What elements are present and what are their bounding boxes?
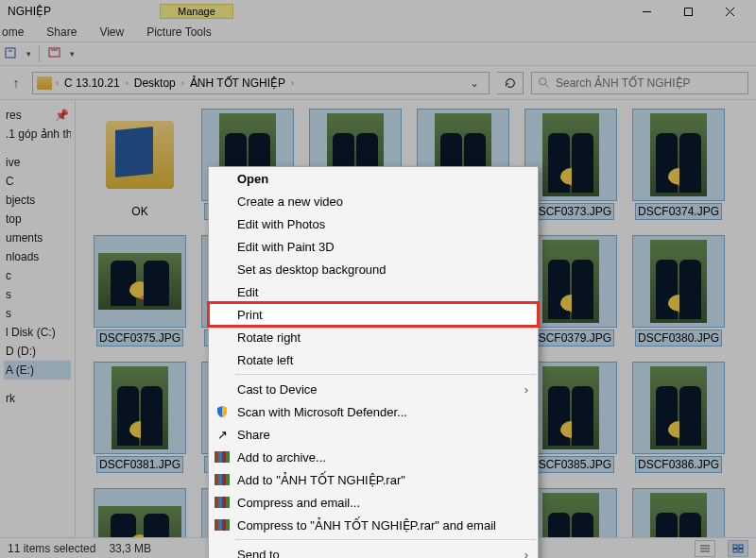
photo-thumbnail	[98, 253, 181, 310]
chevron-right-icon[interactable]: ›	[126, 78, 129, 88]
context-menu-item[interactable]: Set as desktop background	[209, 258, 538, 280]
navigation-pane[interactable]: res📌.1 góp ảnh thàniveCbjectstopumentsnl…	[0, 100, 76, 537]
window-title: NGHIỆP	[6, 5, 51, 18]
image-tile[interactable]: DSCF0385.JPG	[525, 363, 616, 472]
thumbnail	[525, 363, 616, 453]
tile-label: DSCF0386.JPG	[636, 457, 721, 472]
context-menu-item[interactable]: Open	[209, 167, 538, 190]
sidebar-item[interactable]: C	[4, 172, 71, 191]
address-box[interactable]: › C 13.10.21 › Desktop › ẢNH TỐT NGHIỆP …	[32, 72, 490, 94]
tab-share[interactable]: Share	[46, 25, 77, 39]
status-selection-size: 33,3 MB	[109, 542, 151, 555]
image-tile[interactable]: DSCF0374.JPG	[633, 110, 724, 219]
address-dropdown[interactable]: ⌄	[464, 76, 485, 90]
context-menu-item[interactable]: Compress to "ẢNH TỐT NGHIỆP.rar" and ema…	[209, 514, 538, 536]
sidebar-item[interactable]: .1 góp ảnh thàn	[4, 125, 71, 144]
image-tile[interactable]: DSCF0392.JPG	[633, 489, 724, 537]
titlebar: NGHIỆP Manage	[0, 0, 756, 23]
context-menu-item-label: Share	[237, 428, 270, 442]
context-menu-item[interactable]: Send to›	[209, 543, 538, 558]
view-details-button[interactable]	[695, 540, 715, 557]
context-menu-item-label: Cast to Device	[237, 382, 318, 397]
sidebar-item[interactable]: bjects	[4, 191, 71, 210]
sidebar-item[interactable]: rk	[4, 389, 71, 408]
chevron-right-icon[interactable]: ›	[56, 78, 59, 88]
context-menu-item[interactable]: Cast to Device›	[209, 378, 538, 400]
context-menu-item[interactable]: Compress and email...	[209, 491, 538, 514]
thumbnail	[94, 489, 185, 537]
folder-tile[interactable]: OK	[94, 110, 185, 219]
chevron-down-icon[interactable]: ▾	[26, 49, 31, 59]
context-menu-item[interactable]: Print	[209, 303, 538, 326]
sidebar-item[interactable]: s	[4, 285, 71, 304]
minimize-button[interactable]	[626, 0, 667, 23]
sidebar-item[interactable]: D (D:)	[4, 342, 71, 361]
context-menu-item[interactable]: Edit	[209, 280, 538, 303]
image-tile[interactable]: DSCF0375.JPG	[94, 236, 185, 346]
quick-access-toolbar: ▾ ▾	[0, 42, 756, 66]
tab-picture-tools[interactable]: Picture Tools	[146, 25, 211, 39]
breadcrumb[interactable]: Desktop	[132, 76, 178, 90]
image-tile[interactable]: DSCF0387.JPG	[94, 489, 185, 537]
sidebar-item[interactable]: top	[4, 210, 71, 228]
qat-item[interactable]	[4, 45, 19, 63]
context-menu-item[interactable]: Rotate right	[209, 326, 538, 348]
context-menu-item[interactable]: Create a new video	[209, 190, 538, 212]
sidebar-item[interactable]: s	[4, 304, 71, 323]
thumbnail	[94, 236, 185, 327]
photo-thumbnail	[650, 366, 707, 449]
svg-rect-15	[739, 549, 743, 552]
sidebar-item[interactable]: ive	[4, 153, 71, 172]
image-tile[interactable]: DSCF0381.JPG	[94, 363, 185, 472]
sidebar-item[interactable]: l Disk (C:)	[4, 323, 71, 342]
image-tile[interactable]: DSCF0379.JPG	[525, 236, 616, 346]
context-menu-item[interactable]: Add to archive...	[209, 446, 538, 468]
image-tile[interactable]: DSCF0391.JPG	[525, 489, 616, 537]
sidebar-item[interactable]: uments	[4, 228, 71, 247]
sidebar-item[interactable]: nloads	[4, 247, 71, 266]
books-icon	[215, 517, 230, 533]
context-menu-item[interactable]: Add to "ẢNH TỐT NGHIỆP.rar"	[209, 468, 538, 491]
image-tile[interactable]: DSCF0386.JPG	[633, 363, 724, 472]
context-menu-item-label: Add to archive...	[237, 450, 326, 465]
image-tile[interactable]: DSCF0380.JPG	[633, 236, 724, 346]
photo-thumbnail	[650, 113, 707, 196]
breadcrumb[interactable]: C 13.10.21	[62, 76, 122, 90]
ribbon-tabs: ome Share View Picture Tools	[0, 23, 756, 42]
nav-up-button[interactable]: ↑	[8, 75, 25, 92]
context-menu-item[interactable]: Scan with Microsoft Defender...	[209, 400, 538, 423]
status-selection-count: 11 items selected	[8, 542, 95, 555]
view-thumbnails-button[interactable]	[728, 540, 748, 557]
svg-rect-6	[49, 48, 60, 57]
photo-thumbnail	[542, 493, 599, 537]
tab-manage[interactable]: Manage	[160, 4, 233, 19]
context-menu-item[interactable]: Rotate left	[209, 348, 538, 371]
close-button[interactable]	[709, 0, 750, 23]
thumbnail	[94, 363, 185, 453]
tab-view[interactable]: View	[99, 25, 124, 39]
image-tile[interactable]: DSCF0373.JPG	[525, 110, 616, 219]
refresh-button[interactable]	[497, 72, 524, 94]
thumbnail	[633, 363, 724, 453]
tab-home[interactable]: ome	[2, 25, 24, 39]
chevron-right-icon[interactable]: ›	[291, 78, 294, 88]
sidebar-item[interactable]: res📌	[4, 106, 71, 125]
context-menu-item[interactable]: ↗Share	[209, 423, 538, 446]
sidebar-item[interactable]: c	[4, 266, 71, 285]
context-menu-item[interactable]: Edit with Paint 3D	[209, 235, 538, 258]
chevron-right-icon[interactable]: ›	[181, 78, 184, 88]
photo-thumbnail	[98, 506, 181, 537]
context-menu-item[interactable]: Edit with Photos	[209, 212, 538, 235]
breadcrumb[interactable]: ẢNH TỐT NGHIỆP	[188, 76, 287, 90]
maximize-button[interactable]	[667, 0, 709, 23]
photo-thumbnail	[542, 366, 599, 449]
chevron-right-icon: ›	[524, 548, 528, 559]
sidebar-item[interactable]: A (E:)	[4, 361, 71, 380]
tile-label: OK	[129, 204, 149, 219]
svg-point-7	[540, 78, 546, 85]
search-input[interactable]: Search ẢNH TỐT NGHIỆP	[531, 72, 748, 94]
chevron-down-icon[interactable]: ▾	[70, 49, 75, 59]
qat-undo[interactable]	[47, 45, 62, 63]
photo-thumbnail	[650, 240, 707, 323]
context-menu-item-label: Send to	[237, 548, 280, 559]
